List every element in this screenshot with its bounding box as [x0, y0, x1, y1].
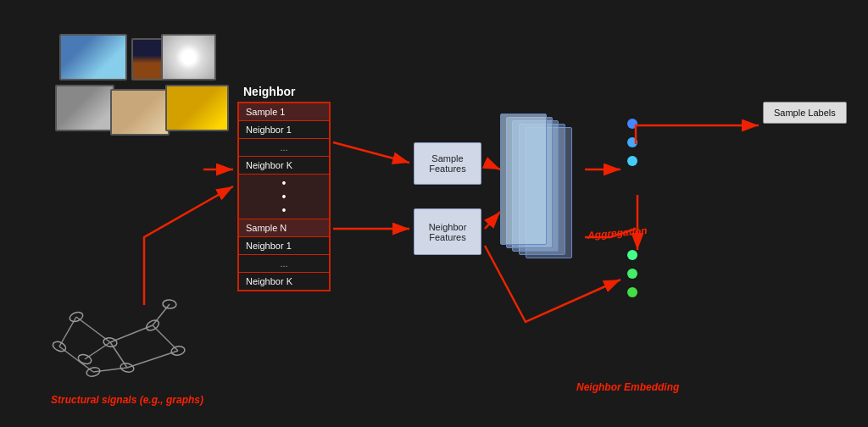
green-dot-2	[627, 269, 637, 279]
cat-image	[55, 85, 114, 131]
batch-row-sep1: ...	[239, 139, 329, 157]
sample-labels-text: Sample Labels	[774, 108, 836, 118]
blue-dot-2	[627, 137, 637, 147]
graph-area: Structural signals (e.g., graphs)	[42, 291, 212, 402]
image-collage	[51, 34, 203, 144]
batch-row-neighbork1: Neighbor K	[239, 157, 329, 175]
sample-features-label: Sample Features	[421, 153, 474, 174]
nn-layer-5	[500, 114, 547, 245]
bridge-image	[59, 34, 127, 80]
batch-row-neighbork2: Neighbor K	[239, 273, 329, 290]
dog-image	[110, 89, 170, 136]
green-dot-1	[627, 250, 637, 260]
sample-features-box: Sample Features	[414, 142, 481, 185]
sample-labels-box: Sample Labels	[763, 102, 847, 124]
graph-label: Structural signals (e.g., graphs)	[51, 394, 203, 406]
flower-image	[161, 34, 216, 80]
green-dot-3	[627, 287, 637, 297]
batch-row-sep2: ...	[239, 255, 329, 273]
graph-svg	[42, 291, 212, 389]
neighbor-features-label: Neighbor Features	[421, 222, 474, 242]
svg-line-4	[127, 351, 178, 368]
neighbor-label: Neighbor	[243, 85, 295, 98]
batch-row-dots: •••	[239, 175, 329, 219]
batch-row-neighbor1b: Neighbor 1	[239, 237, 329, 255]
green-dots-column	[627, 250, 637, 297]
batch-row-neighbor1: Neighbor 1	[239, 121, 329, 139]
batch-row-sample1: Sample 1	[239, 103, 329, 121]
aggregation-label: Aggregation	[587, 225, 648, 241]
blue-dot-1	[627, 119, 637, 129]
neighbor-features-box: Neighbor Features	[414, 208, 481, 255]
batch-row-samplen: Sample N	[239, 219, 329, 237]
car-image	[165, 85, 229, 131]
blue-dot-3	[627, 156, 637, 166]
batch-table: Sample 1 Neighbor 1 ... Neighbor K ••• S…	[237, 102, 331, 291]
blue-dots-column	[627, 119, 637, 170]
main-canvas: Structural signals (e.g., graphs) Neighb…	[0, 0, 868, 427]
neighbor-embedding-label: Neighbor Embedding	[576, 381, 679, 393]
nn-stack	[500, 119, 576, 271]
